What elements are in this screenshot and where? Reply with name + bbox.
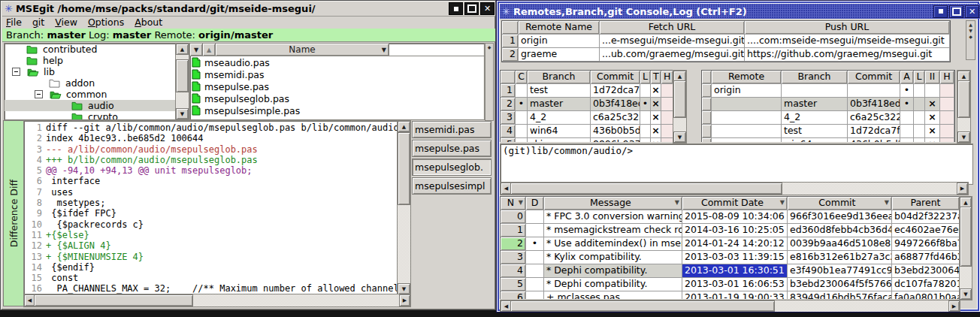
column-header-Commit[interactable]: Commit xyxy=(591,71,640,84)
l-flag-cell[interactable] xyxy=(640,111,651,125)
column-header-Remote Name[interactable]: Remote Name xyxy=(519,21,600,35)
commit-date-cell[interactable]: 2013-01-19 19:00:33 xyxy=(682,291,788,299)
l-flag-cell[interactable] xyxy=(914,98,925,111)
t-flag-cell[interactable]: × xyxy=(651,111,661,125)
scroll-up-button[interactable]: ▲ xyxy=(176,44,189,55)
scroll-thumb[interactable] xyxy=(34,294,193,306)
l-flag-cell[interactable] xyxy=(640,125,651,138)
push-url-cell[interactable]: https://github.com/graemeg/msegui.git xyxy=(745,48,950,62)
d-flag-cell[interactable] xyxy=(526,224,544,237)
tree-expander-icon[interactable] xyxy=(12,68,20,76)
commit-hash-cell[interactable]: e3f490b1ea77491cc9f6 xyxy=(788,264,892,278)
remote-name-cell[interactable]: graeme xyxy=(519,48,600,62)
commit-hash-cell[interactable]: 1d72dca7f5e xyxy=(848,125,900,138)
parent-hash-cell[interactable]: b04d2f32237a xyxy=(892,210,959,224)
commit-date-cell[interactable]: 2014-01-24 14:20:12 xyxy=(682,237,788,251)
scroll-thumb[interactable] xyxy=(176,59,189,92)
diff-horizontal-scrollbar[interactable]: ◀▶ xyxy=(23,294,411,307)
file-list-side-strip[interactable]: ◆ xyxy=(485,43,494,121)
a-flag-cell[interactable]: • xyxy=(900,98,914,111)
tree-item-contributed[interactable]: contributed xyxy=(5,44,176,55)
branch-name-cell[interactable]: 4_2 xyxy=(528,111,591,125)
ii-flag-cell[interactable]: × xyxy=(925,138,940,142)
l-flag-cell[interactable]: • xyxy=(640,98,651,111)
parent-hash-cell[interactable]: b3ebd230064f xyxy=(892,264,959,278)
t-flag-cell[interactable]: × xyxy=(651,125,661,138)
push-url-cell[interactable]: ....com:mseide-msegui/mseide-msegui.git xyxy=(745,35,950,48)
commit-hash-cell[interactable]: 436b0b5d217 xyxy=(591,125,640,138)
commit-message-cell[interactable]: * Dephi compatibility. xyxy=(544,264,682,278)
column-header-Commit[interactable]: Commit xyxy=(848,71,900,84)
scroll-thumb[interactable] xyxy=(960,207,972,267)
fetch-url-cell[interactable]: ...ub.com/graemeg/msegui.git xyxy=(600,48,745,62)
commit-message-cell[interactable]: + mclasses.pas. xyxy=(544,291,682,299)
commit-hash-cell[interactable]: 8896b937af4 xyxy=(591,138,640,142)
name-column-header[interactable]: Name ▼ xyxy=(216,44,389,56)
commit-hash-cell[interactable]: 436b0b5d217 xyxy=(848,138,900,142)
scroll-down-button[interactable]: ▼ xyxy=(398,283,410,294)
d-flag-cell[interactable] xyxy=(526,264,544,278)
column-header-blank[interactable] xyxy=(502,21,519,35)
commit-date-cell[interactable]: 2014-03-16 10:25:05 xyxy=(682,224,788,237)
commit-date-cell[interactable]: 2013-03-01 16:06:53 xyxy=(682,278,788,291)
parent-hash-cell[interactable]: ec4602ae76e6 xyxy=(892,224,959,237)
ii-flag-cell[interactable]: × xyxy=(925,111,940,125)
right-title-bar[interactable]: ✳ Remotes,Branch,git Console,Log (Ctrl+F… xyxy=(500,4,980,19)
minimize-button[interactable] xyxy=(449,2,463,15)
h-flag-cell[interactable] xyxy=(940,138,954,142)
scroll-down-button[interactable]: ▼ xyxy=(960,288,972,300)
menu-item-options[interactable]: Options xyxy=(88,17,124,28)
close-button[interactable]: ✕ xyxy=(480,2,495,15)
commit-date-cell[interactable]: 2015-08-09 10:34:06 xyxy=(682,210,788,224)
remote-name-cell[interactable]: origin xyxy=(519,35,600,48)
local-branches-scrollbar[interactable]: ▲▼ xyxy=(673,70,687,143)
sort-desc-header[interactable]: ▼ xyxy=(190,44,203,56)
commit-message-cell[interactable]: * Dephi compatibility. xyxy=(544,278,682,291)
log-horizontal-scrollbar[interactable]: ◀▶ xyxy=(500,300,960,312)
tree-item-audio[interactable]: audio xyxy=(5,100,176,111)
tree-item-crypto[interactable]: crypto xyxy=(5,111,176,120)
column-header-T[interactable]: T xyxy=(651,71,661,84)
menu-item-git[interactable]: git xyxy=(32,17,44,28)
menu-item-view[interactable]: View xyxy=(55,17,77,28)
a-flag-cell[interactable] xyxy=(900,111,914,125)
l-flag-cell[interactable] xyxy=(914,138,925,142)
column-header-blank[interactable] xyxy=(702,71,712,84)
commit-hash-cell[interactable]: 966f3016ee9d136eeab9 xyxy=(788,210,892,224)
column-header-H[interactable]: H xyxy=(940,71,954,84)
h-flag-cell[interactable] xyxy=(661,111,673,125)
column-header-L[interactable]: L xyxy=(640,71,651,84)
commit-message-cell[interactable]: * Kylix compatibility. xyxy=(544,251,682,264)
tree-item-lib[interactable]: lib xyxy=(5,66,176,77)
h-flag-cell[interactable] xyxy=(661,125,673,138)
l-flag-cell[interactable] xyxy=(914,84,925,98)
d-flag-cell[interactable] xyxy=(526,291,544,299)
remotes-side-strip[interactable]: ▲ ▼ ◆ xyxy=(966,20,975,60)
current-branch-cell[interactable] xyxy=(516,84,528,98)
column-header-Fetch URL[interactable]: Fetch URL xyxy=(600,21,745,35)
remote-cell[interactable] xyxy=(712,111,782,125)
d-flag-cell[interactable] xyxy=(526,278,544,291)
left-title-bar[interactable]: ✳ MSEgit /home/mse/packs/standard/git/ms… xyxy=(2,2,496,17)
branch-name-cell[interactable]: 4_2 xyxy=(782,111,848,125)
scroll-up-button[interactable]: ▲ xyxy=(398,121,410,132)
scroll-thumb[interactable] xyxy=(957,80,970,118)
column-header-C[interactable]: C xyxy=(516,71,528,84)
tree-item-help[interactable]: help xyxy=(5,55,176,66)
current-branch-cell[interactable]: • xyxy=(516,98,528,111)
column-header-Remote[interactable]: Remote xyxy=(712,71,782,84)
column-header-Branch[interactable]: Branch xyxy=(528,71,591,84)
minimize-button[interactable] xyxy=(933,5,948,18)
diff-vertical-scrollbar[interactable]: ▲▼ xyxy=(397,120,411,295)
parent-hash-cell[interactable]: dc107fa78201 xyxy=(892,278,959,291)
t-flag-cell[interactable]: × xyxy=(651,84,661,98)
commit-message-cell[interactable]: * Use additemindex() in msem xyxy=(544,237,682,251)
menu-item-about[interactable]: About xyxy=(135,17,162,28)
ii-flag-cell[interactable]: × xyxy=(925,98,940,111)
l-flag-cell[interactable] xyxy=(640,138,651,142)
a-flag-cell[interactable]: • xyxy=(900,84,914,98)
d-flag-cell[interactable]: • xyxy=(526,237,544,251)
a-flag-cell[interactable] xyxy=(900,138,914,142)
parent-hash-cell[interactable]: fa0a0801b0aa xyxy=(892,291,959,299)
commit-hash-cell[interactable]: 0b3f418edc7 xyxy=(591,98,640,111)
